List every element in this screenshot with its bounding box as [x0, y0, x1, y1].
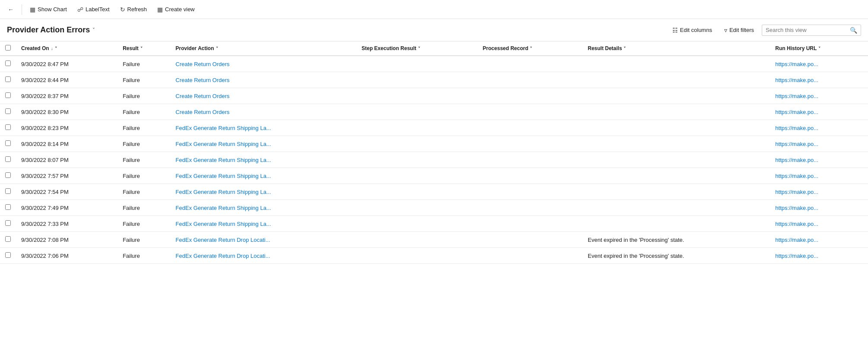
cell-result-details — [583, 136, 770, 152]
row-checkbox[interactable] — [5, 156, 11, 162]
select-all-checkbox[interactable] — [5, 45, 11, 51]
cell-result: Failure — [117, 200, 170, 216]
header-bar: Provider Action Errors ˅ ☷ Edit columns … — [0, 19, 868, 41]
show-chart-button[interactable]: ▦ Show Chart — [25, 4, 71, 15]
row-checkbox-cell — [0, 232, 16, 248]
col-created-on-header[interactable]: Created On ↓ ˅ — [21, 45, 112, 51]
refresh-label: Refresh — [127, 6, 147, 13]
cell-result: Failure — [117, 120, 170, 136]
col-provider-action-header[interactable]: Provider Action ˅ — [176, 45, 352, 51]
cell-provider-action[interactable]: Create Return Orders — [171, 72, 357, 88]
create-view-button[interactable]: ▦ Create view — [153, 4, 199, 15]
row-checkbox[interactable] — [5, 124, 11, 130]
row-checkbox[interactable] — [5, 236, 11, 242]
cell-step-execution-result — [356, 136, 478, 152]
col-run-history-url-header[interactable]: Run History URL ˅ — [775, 45, 863, 51]
row-checkbox[interactable] — [5, 252, 11, 258]
col-processed-record-header[interactable]: Processed Record ˅ — [483, 45, 577, 51]
col-result: Result ˅ — [117, 41, 170, 56]
cell-result-details: Event expired in the 'Processing' state. — [583, 232, 770, 248]
cell-run-history-url[interactable]: https://make.po... — [770, 152, 868, 168]
row-checkbox[interactable] — [5, 172, 11, 178]
row-checkbox[interactable] — [5, 204, 11, 210]
cell-provider-action[interactable]: FedEx Generate Return Shipping La... — [171, 152, 357, 168]
row-checkbox[interactable] — [5, 220, 11, 226]
row-checkbox[interactable] — [5, 140, 11, 146]
result-details-filter-icon: ˅ — [624, 46, 626, 51]
cell-provider-action[interactable]: Create Return Orders — [171, 88, 357, 104]
search-input[interactable] — [766, 27, 847, 33]
header-right: ☷ Edit columns ▿ Edit filters 🔍 — [668, 25, 862, 36]
cell-run-history-url[interactable]: https://make.po... — [770, 232, 868, 248]
cell-result: Failure — [117, 152, 170, 168]
select-all-col — [0, 41, 16, 56]
edit-columns-label: Edit columns — [680, 27, 712, 33]
cell-run-history-url[interactable]: https://make.po... — [770, 120, 868, 136]
col-step-execution-result: Step Execution Result ˅ — [356, 41, 478, 56]
row-checkbox[interactable] — [5, 92, 11, 98]
cell-run-history-url[interactable]: https://make.po... — [770, 168, 868, 184]
cell-run-history-url[interactable]: https://make.po... — [770, 104, 868, 120]
cell-provider-action[interactable]: FedEx Generate Return Drop Locati... — [171, 248, 357, 264]
cell-run-history-url[interactable]: https://make.po... — [770, 248, 868, 264]
cell-provider-action[interactable]: FedEx Generate Return Shipping La... — [171, 216, 357, 232]
col-run-history-url-label: Run History URL — [775, 45, 817, 51]
cell-created-on: 9/30/2022 8:07 PM — [16, 152, 117, 168]
cell-run-history-url[interactable]: https://make.po... — [770, 216, 868, 232]
cell-provider-action[interactable]: Create Return Orders — [171, 104, 357, 120]
cell-result: Failure — [117, 72, 170, 88]
back-icon: ← — [8, 6, 14, 13]
refresh-button[interactable]: ↻ Refresh — [116, 4, 152, 15]
label-text-label: LabelText — [86, 6, 110, 13]
cell-provider-action[interactable]: FedEx Generate Return Shipping La... — [171, 168, 357, 184]
cell-run-history-url[interactable]: https://make.po... — [770, 200, 868, 216]
row-checkbox-cell — [0, 72, 16, 88]
row-checkbox[interactable] — [5, 76, 11, 82]
edit-columns-icon: ☷ — [672, 27, 678, 34]
row-checkbox[interactable] — [5, 188, 11, 194]
cell-result: Failure — [117, 104, 170, 120]
cell-run-history-url[interactable]: https://make.po... — [770, 136, 868, 152]
row-checkbox-cell — [0, 56, 16, 72]
cell-provider-action[interactable]: FedEx Generate Return Drop Locati... — [171, 232, 357, 248]
col-result-header[interactable]: Result ˅ — [123, 45, 165, 51]
table-body: 9/30/2022 8:47 PMFailureCreate Return Or… — [0, 56, 868, 264]
processed-record-filter-icon: ˅ — [530, 46, 532, 51]
cell-run-history-url[interactable]: https://make.po... — [770, 184, 868, 200]
cell-result-details — [583, 104, 770, 120]
col-processed-record: Processed Record ˅ — [478, 41, 583, 56]
cell-run-history-url[interactable]: https://make.po... — [770, 88, 868, 104]
cell-provider-action[interactable]: FedEx Generate Return Shipping La... — [171, 136, 357, 152]
edit-filters-button[interactable]: ▿ Edit filters — [720, 25, 758, 36]
col-result-details-header[interactable]: Result Details ˅ — [588, 45, 765, 51]
back-button[interactable]: ← — [3, 4, 18, 15]
row-checkbox[interactable] — [5, 108, 11, 114]
cell-created-on: 9/30/2022 7:08 PM — [16, 232, 117, 248]
cell-provider-action[interactable]: FedEx Generate Return Shipping La... — [171, 184, 357, 200]
col-result-details-label: Result Details — [588, 45, 622, 51]
col-step-execution-result-header[interactable]: Step Execution Result ˅ — [361, 45, 472, 51]
cell-result-details — [583, 56, 770, 72]
title-dropdown-chevron[interactable]: ˅ — [92, 27, 95, 33]
row-checkbox-cell — [0, 168, 16, 184]
cell-provider-action[interactable]: FedEx Generate Return Shipping La... — [171, 200, 357, 216]
search-icon[interactable]: 🔍 — [850, 27, 857, 34]
cell-result: Failure — [117, 184, 170, 200]
row-checkbox[interactable] — [5, 60, 11, 66]
col-run-history-url: Run History URL ˅ — [770, 41, 868, 56]
row-checkbox-cell — [0, 104, 16, 120]
cell-created-on: 9/30/2022 7:54 PM — [16, 184, 117, 200]
step-execution-filter-icon: ˅ — [418, 46, 420, 51]
cell-processed-record — [478, 104, 583, 120]
cell-step-execution-result — [356, 88, 478, 104]
cell-run-history-url[interactable]: https://make.po... — [770, 56, 868, 72]
cell-run-history-url[interactable]: https://make.po... — [770, 72, 868, 88]
edit-columns-button[interactable]: ☷ Edit columns — [668, 25, 716, 36]
table-row: 9/30/2022 8:14 PMFailureFedEx Generate R… — [0, 136, 868, 152]
cell-provider-action[interactable]: Create Return Orders — [171, 56, 357, 72]
col-provider-action: Provider Action ˅ — [171, 41, 357, 56]
label-text-button[interactable]: ☍ LabelText — [73, 4, 114, 15]
cell-provider-action[interactable]: FedEx Generate Return Shipping La... — [171, 120, 357, 136]
cell-step-execution-result — [356, 248, 478, 264]
search-box: 🔍 — [762, 25, 861, 36]
